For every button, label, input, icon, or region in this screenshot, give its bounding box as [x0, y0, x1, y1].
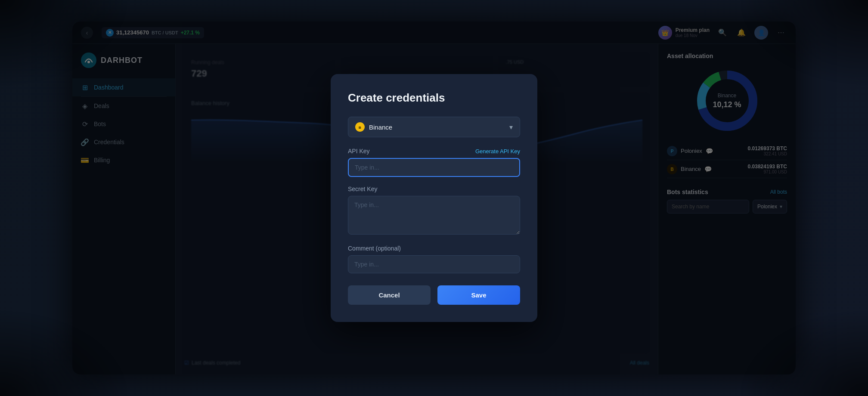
modal-title: Create credentials	[348, 91, 520, 105]
comment-input[interactable]	[348, 255, 520, 273]
api-key-label: API Key	[348, 148, 370, 155]
api-key-input[interactable]	[348, 158, 520, 177]
modal-actions: Cancel Save	[348, 285, 520, 305]
cancel-button[interactable]: Cancel	[348, 285, 431, 305]
api-key-label-row: API Key Generate API Key	[348, 148, 520, 155]
secret-key-textarea[interactable]	[348, 196, 520, 235]
modal-overlay[interactable]: Create credentials B Binance ▾ API Key	[72, 22, 796, 374]
exchange-selector-dropdown[interactable]: B Binance ▾	[348, 117, 520, 137]
selected-exchange-label: Binance	[369, 124, 392, 131]
comment-label: Comment (optional)	[348, 245, 520, 252]
save-button[interactable]: Save	[437, 285, 520, 305]
svg-text:B: B	[359, 126, 361, 130]
binance-icon: B	[355, 122, 365, 132]
chevron-down-icon: ▾	[509, 123, 513, 131]
generate-api-key-link[interactable]: Generate API Key	[475, 148, 520, 155]
secret-key-label: Secret Key	[348, 186, 520, 192]
app-window: ‹ ✕ 31,12345670 BTC / USDT +27.1 % 👑 Pre…	[72, 22, 796, 374]
create-credentials-modal: Create credentials B Binance ▾ API Key	[331, 74, 537, 322]
exchange-selector-left: B Binance	[355, 122, 392, 132]
